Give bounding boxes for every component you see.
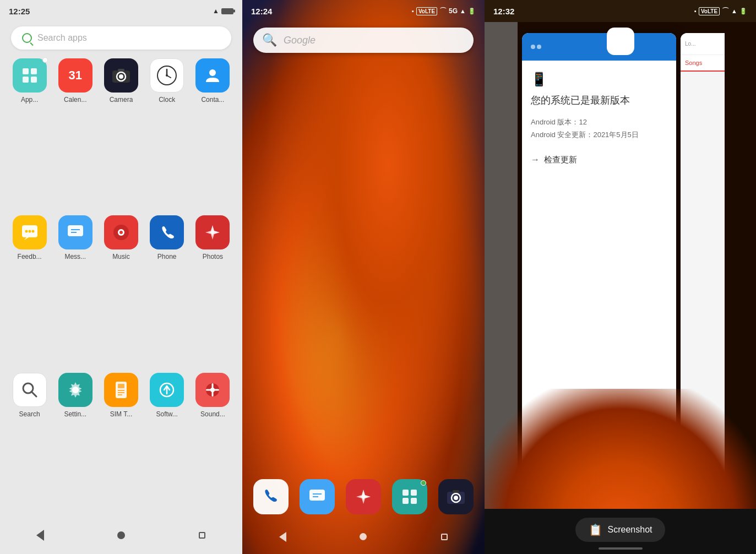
- svg-line-24: [31, 392, 36, 397]
- app-icon-photos: [195, 215, 230, 249]
- svg-rect-1: [31, 68, 37, 74]
- app-item-phone[interactable]: Phone: [146, 215, 188, 363]
- search-bar[interactable]: Search apps: [11, 26, 231, 50]
- svg-point-48: [454, 496, 458, 500]
- phone3-nav-indicator: [599, 547, 643, 550]
- home-button[interactable]: [110, 524, 132, 546]
- card-icon-update: 📱: [531, 72, 667, 87]
- svg-point-15: [28, 230, 31, 233]
- app-icon-camera: [104, 58, 138, 93]
- app-icon-simtoolkit: [104, 373, 138, 407]
- battery-icon2b: 🔋: [468, 8, 476, 15]
- svg-point-14: [25, 230, 28, 233]
- phone2-back-icon: [279, 532, 286, 542]
- svg-rect-42: [403, 490, 409, 496]
- phone3-bottom: 📋 Screenshot: [485, 509, 756, 554]
- arrow-icon: →: [531, 155, 540, 165]
- right-card-search: Lo...: [681, 33, 725, 55]
- phone3-volte: VoLTE: [699, 7, 720, 15]
- app-dot: [42, 57, 48, 63]
- dock-photos[interactable]: [346, 479, 381, 514]
- app-item-sound[interactable]: Sound...: [192, 373, 233, 521]
- card-header-dots: [531, 45, 541, 49]
- phone2-time: 12:24: [251, 7, 272, 16]
- recents-button[interactable]: [191, 524, 213, 546]
- app-label-appvault: App...: [21, 96, 38, 104]
- svg-rect-44: [403, 498, 409, 504]
- svg-rect-37: [206, 389, 211, 390]
- phone3-wifi: ⌒: [722, 6, 729, 16]
- right-card-songs-tab[interactable]: Songs: [681, 55, 725, 72]
- header-dot-2: [537, 45, 541, 49]
- svg-rect-43: [411, 490, 417, 496]
- phone1-status-icons: ▲: [213, 7, 233, 15]
- android-version-label: Android 版本：: [531, 118, 579, 126]
- svg-rect-17: [68, 225, 83, 236]
- phone2-home-button[interactable]: [352, 526, 374, 548]
- phone3-signal: ▲: [731, 8, 737, 14]
- svg-rect-0: [23, 68, 29, 74]
- app-label-settings: Settin...: [64, 410, 86, 418]
- app-label-contacts: Conta...: [201, 96, 224, 104]
- phone1-nav-bar: [0, 521, 242, 554]
- dock-camera[interactable]: [438, 479, 474, 514]
- app-label-search: Search: [19, 410, 40, 418]
- app-item-messages[interactable]: Mess...: [55, 215, 96, 363]
- svg-rect-49: [453, 490, 459, 493]
- volte-badge: VoLTE: [416, 7, 437, 15]
- app-item-appvault[interactable]: App...: [9, 58, 50, 207]
- app-item-camera[interactable]: Camera: [100, 58, 142, 207]
- app-item-photos[interactable]: Photos: [192, 215, 233, 363]
- home-icon: [117, 531, 125, 539]
- card-title: 您的系统已是最新版本: [531, 94, 667, 107]
- app-label-music: Music: [112, 253, 129, 260]
- app-icon-feedback: [13, 215, 47, 249]
- app-item-feedback[interactable]: Feedb...: [9, 215, 50, 363]
- svg-rect-45: [411, 498, 417, 504]
- app-item-settings[interactable]: Settin...: [55, 373, 96, 521]
- phone3-status-bar: 12:32 ▪ VoLTE ⌒ ▲ 🔋: [485, 0, 756, 22]
- svg-point-11: [166, 74, 168, 77]
- app-icon-messages: [58, 215, 93, 249]
- phone2-home: 12:24 ▪ VoLTE ⌒ 5G ▲ 🔋 🔍 Google: [242, 0, 485, 554]
- app-item-contacts[interactable]: Conta...: [192, 58, 233, 207]
- app-icon-software: [150, 373, 184, 407]
- phone2-recents-icon: [441, 534, 448, 540]
- app-item-clock[interactable]: Clock: [146, 58, 188, 207]
- screenshot-button[interactable]: 📋 Screenshot: [575, 518, 666, 542]
- app-icon-phone: [150, 215, 184, 249]
- dock-messages[interactable]: [300, 479, 335, 514]
- app-label-clock: Clock: [159, 96, 175, 104]
- app-label-camera: Camera: [110, 96, 133, 104]
- google-search-bar[interactable]: 🔍 Google: [253, 28, 474, 53]
- search-icon: [22, 33, 32, 43]
- app-item-calendar[interactable]: 31 Calen...: [55, 58, 96, 207]
- app-label-simtoolkit: SIM T...: [110, 410, 132, 418]
- check-update-label: 检查更新: [544, 155, 577, 165]
- app-item-search[interactable]: Search: [9, 373, 50, 521]
- svg-rect-3: [31, 77, 37, 83]
- app-label-feedback: Feedb...: [18, 253, 42, 260]
- app-icon-sound: [195, 373, 230, 407]
- phone2-recents-button[interactable]: [433, 526, 455, 548]
- phone2-back-button[interactable]: [271, 526, 293, 548]
- dock-appvault[interactable]: [392, 479, 427, 514]
- app-label-sound: Sound...: [200, 410, 225, 418]
- security-update-label: Android 安全更新：: [531, 131, 593, 139]
- recents-icon: [199, 532, 205, 539]
- svg-point-16: [31, 230, 34, 233]
- phone3-recents: 12:32 ▪ VoLTE ⌒ ▲ 🔋 ☰ 📱 您的系统已是最新版: [485, 0, 756, 554]
- app-item-simtoolkit[interactable]: SIM T...: [100, 373, 142, 521]
- signal-icon: ▲: [213, 7, 219, 15]
- app-icon-clock: [150, 58, 184, 93]
- calendar-date: 31: [69, 68, 82, 83]
- app-item-music[interactable]: Music: [100, 215, 142, 363]
- check-update-button[interactable]: → 检查更新: [531, 153, 667, 167]
- phone2-status-icons: ▪ VoLTE ⌒ 5G ▲ 🔋: [412, 6, 476, 16]
- dock-phone[interactable]: [253, 479, 289, 514]
- back-button[interactable]: [29, 524, 51, 546]
- app-item-software[interactable]: Softw...: [146, 373, 188, 521]
- google-placeholder: Google: [284, 35, 316, 46]
- app-icon-settings: [58, 373, 93, 407]
- phone2-dock: [242, 472, 485, 521]
